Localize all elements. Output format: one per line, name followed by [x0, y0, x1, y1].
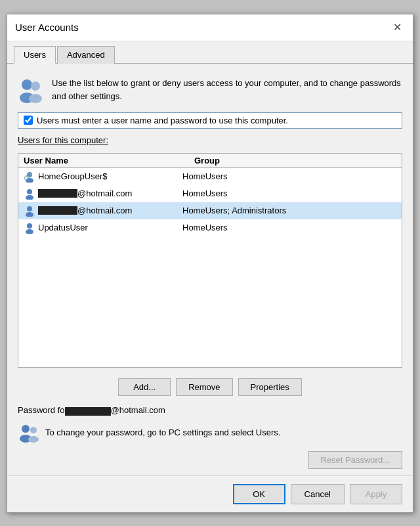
- tab-content: Use the list below to grant or deny user…: [7, 64, 413, 475]
- add-button[interactable]: Add...: [118, 378, 171, 396]
- dialog-footer: OK Cancel Apply: [7, 475, 413, 512]
- redacted-name: [38, 189, 77, 198]
- cell-group: HomeUsers: [182, 223, 396, 232]
- password-section: Password fo@hotmail.com To change your p…: [18, 405, 402, 468]
- properties-button[interactable]: Properties: [238, 378, 302, 396]
- svg-point-14: [22, 425, 30, 433]
- users-section-label: Users for this computer:: [18, 135, 402, 145]
- svg-point-17: [28, 436, 39, 443]
- cancel-button[interactable]: Cancel: [291, 484, 345, 504]
- svg-point-8: [27, 189, 32, 194]
- info-row: Use the list below to grant or deny user…: [18, 74, 402, 106]
- svg-point-3: [29, 94, 42, 103]
- ok-button[interactable]: OK: [233, 484, 285, 504]
- redacted-name: [38, 206, 77, 215]
- username: UpdatusUser: [38, 223, 88, 232]
- cell-group: HomeUsers: [182, 171, 396, 181]
- svg-point-11: [26, 212, 33, 217]
- username-suffix: @hotmail.com: [77, 188, 132, 198]
- svg-point-12: [27, 223, 32, 229]
- cell-name: @hotmail.com: [24, 205, 182, 217]
- cell-name: 🔗 HomeGroupUser$: [24, 171, 182, 183]
- svg-text:🔗: 🔗: [24, 172, 32, 181]
- username-suffix: @hotmail.com: [77, 206, 132, 215]
- info-text: Use the list below to grant or deny user…: [52, 77, 402, 102]
- username: HomeGroupUser$: [38, 171, 108, 181]
- password-info-text: To change your password, go to PC settin…: [45, 427, 280, 437]
- password-icon: [18, 422, 39, 443]
- tabs-container: Users Advanced: [7, 41, 413, 64]
- password-label: Password fo@hotmail.com: [18, 405, 402, 415]
- cell-group: HomeUsers: [182, 188, 396, 198]
- password-label-suffix: @hotmail.com: [111, 405, 165, 415]
- users-icon: [18, 77, 44, 103]
- user-action-buttons: Add... Remove Properties: [18, 378, 402, 396]
- svg-point-13: [26, 229, 33, 234]
- svg-point-10: [27, 206, 32, 211]
- table-row[interactable]: 🔗 HomeGroupUser$ HomeUsers: [18, 168, 402, 185]
- table-row[interactable]: @hotmail.com HomeUsers: [18, 185, 402, 202]
- must-login-checkbox-row[interactable]: Users must enter a user name and passwor…: [18, 112, 402, 129]
- svg-point-16: [30, 427, 37, 433]
- tab-users[interactable]: Users: [14, 46, 56, 64]
- redacted-email: [65, 407, 111, 416]
- table-row[interactable]: UpdatusUser HomeUsers: [18, 219, 402, 236]
- user-row-icon: 🔗: [24, 171, 35, 183]
- user-row-icon: [24, 205, 35, 217]
- cell-name: @hotmail.com: [24, 188, 182, 200]
- users-table: User Name Group 🔗 HomeGroupUser$ HomeUse…: [18, 153, 402, 368]
- svg-point-9: [26, 195, 33, 200]
- svg-point-0: [22, 79, 32, 90]
- cell-group: HomeUsers; Administrators: [182, 206, 396, 215]
- reset-btn-row: Reset Password...: [18, 451, 402, 469]
- user-row-icon: [24, 188, 35, 200]
- reset-password-button[interactable]: Reset Password...: [308, 451, 403, 469]
- must-login-checkbox[interactable]: [24, 116, 33, 125]
- col-header-name: User Name: [24, 156, 194, 165]
- apply-button[interactable]: Apply: [350, 484, 402, 504]
- col-header-group: Group: [194, 156, 396, 165]
- user-row-icon: [24, 222, 35, 234]
- close-button[interactable]: ✕: [389, 20, 405, 35]
- password-info-row: To change your password, go to PC settin…: [18, 420, 402, 446]
- remove-button[interactable]: Remove: [176, 378, 232, 396]
- password-label-prefix: Password fo: [18, 405, 65, 415]
- dialog-title: User Accounts: [15, 22, 79, 33]
- title-bar: User Accounts ✕: [7, 14, 413, 41]
- cell-name: UpdatusUser: [24, 222, 182, 234]
- must-login-label: Users must enter a user name and passwor…: [37, 116, 288, 125]
- svg-point-2: [31, 81, 40, 91]
- tab-advanced[interactable]: Advanced: [57, 46, 115, 64]
- table-row[interactable]: @hotmail.com HomeUsers; Administrators: [18, 202, 402, 219]
- table-header: User Name Group: [18, 154, 402, 168]
- user-accounts-dialog: User Accounts ✕ Users Advanced Use the l…: [7, 14, 413, 513]
